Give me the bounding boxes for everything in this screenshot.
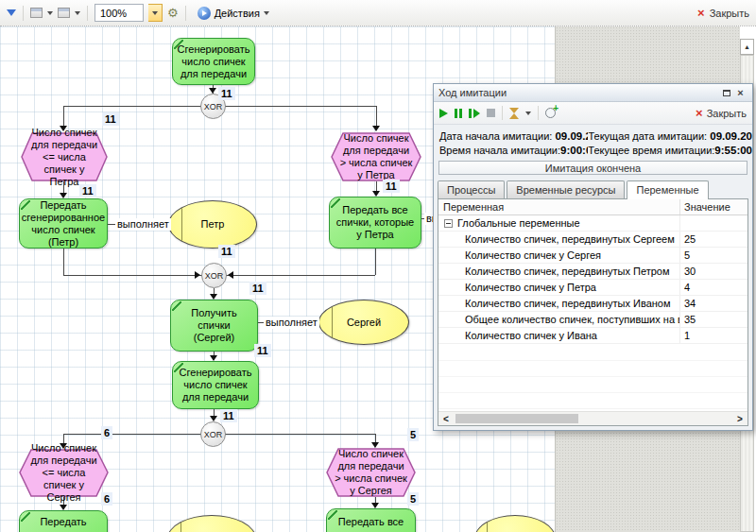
column-value[interactable]: Значение: [679, 199, 747, 215]
performs-label: выполняет: [264, 317, 319, 329]
arrowhead: [372, 126, 380, 131]
tab-variables[interactable]: Переменные: [627, 180, 708, 199]
arrowhead: [371, 503, 379, 508]
table-row[interactable]: Общее количество спичек, поступивших на …: [438, 312, 747, 328]
task-node[interactable]: Передать сгенерированное: [19, 510, 108, 532]
condition-node[interactable]: Число спичек для передачи > числа спичек…: [331, 132, 421, 181]
arrowhead: [228, 271, 233, 279]
actions-menu-button[interactable]: Действия: [193, 4, 274, 23]
condition-node[interactable]: Число спичек для передачи > числа спичек…: [326, 448, 416, 497]
panel-close-button[interactable]: ×: [733, 86, 747, 99]
export-diagram-icon[interactable]: [58, 8, 70, 18]
horizontal-scrollbar[interactable]: < >: [438, 411, 747, 425]
close-icon: ×: [696, 107, 703, 119]
performs-label: выполняет: [115, 218, 171, 231]
task-node[interactable]: Передать все спички, которые у Петра: [329, 197, 421, 249]
table-row[interactable]: Количество спичек, передвинутых Сергеем …: [438, 232, 747, 248]
panel-titlebar[interactable]: Ход имитации ×: [434, 84, 752, 102]
start-time-value: 9:00:00: [560, 145, 588, 156]
step-button[interactable]: [469, 109, 480, 118]
gear-icon[interactable]: ⚙: [167, 7, 179, 19]
edge-count-label: 11: [79, 184, 96, 197]
separator: [502, 106, 503, 120]
window-layout-icon[interactable]: [30, 8, 43, 18]
start-date-label: Дата начала имитации:: [439, 130, 552, 142]
edge-count-label: 11: [220, 409, 237, 422]
collapse-minus-icon[interactable]: [444, 219, 453, 228]
scrollbar-thumb[interactable]: [455, 414, 578, 423]
empty-rows-area: [438, 345, 747, 411]
chevron-down-icon[interactable]: [75, 11, 80, 15]
chevron-down-icon: [152, 11, 158, 15]
zoom-input[interactable]: [94, 4, 144, 22]
chevron-down-icon[interactable]: [525, 112, 531, 115]
gateway-xor[interactable]: XOR: [201, 263, 227, 288]
table-row[interactable]: Количество спичек у Петра 4: [438, 280, 747, 296]
start-time-label: Время начала имитации:: [439, 145, 560, 156]
separator: [23, 6, 24, 21]
hourglass-icon[interactable]: [509, 108, 519, 119]
simulation-toolbar: × Закрыть: [434, 102, 752, 125]
maximize-icon: [723, 90, 730, 96]
collapse-arrow-icon[interactable]: [7, 9, 16, 16]
actor-ellipse[interactable]: Сергей: [318, 300, 409, 345]
play-button[interactable]: [439, 109, 448, 118]
maximize-button[interactable]: [719, 86, 733, 99]
task-node[interactable]: Получить спички (Сергей): [170, 300, 258, 352]
current-date-label: Текущая дата имитации:: [588, 130, 707, 142]
gateway-xor[interactable]: XOR: [200, 421, 226, 447]
connector: [376, 106, 377, 127]
table-row[interactable]: Количество спичек, передвинутых Иваном 3…: [438, 296, 747, 312]
task-node[interactable]: Сгенерировать число спичек для передачи: [172, 38, 255, 85]
table-row[interactable]: Количество спичек у Ивана 1: [438, 328, 747, 344]
task-node[interactable]: Передать сгенерированное число спичек (П…: [19, 198, 108, 249]
actions-icon: [198, 7, 211, 20]
panel-title: Ход имитации: [438, 87, 719, 98]
simulation-close-button[interactable]: × Закрыть: [696, 107, 747, 119]
tab-time-resources[interactable]: Временные ресурсы: [507, 180, 625, 198]
edge-count-label: 5: [407, 428, 419, 441]
add-timer-icon[interactable]: [545, 108, 556, 118]
edge-count-label: 11: [218, 245, 235, 258]
separator: [185, 6, 186, 21]
tab-processes[interactable]: Процессы: [438, 180, 505, 198]
close-diagram-button[interactable]: × Закрыть: [697, 7, 749, 19]
task-node[interactable]: Сгенерировать число спичек для передачи: [172, 361, 259, 409]
table-group-row[interactable]: Глобальные переменные: [438, 215, 747, 232]
arrowhead: [60, 505, 67, 510]
table-header: Переменная Значение: [438, 199, 747, 215]
chevron-down-icon: [264, 11, 269, 15]
table-row[interactable]: Количество спичек, передвинутых Петром 3…: [438, 264, 747, 280]
column-variable[interactable]: Переменная: [438, 201, 679, 213]
edge-count-label: 6: [101, 426, 112, 439]
scroll-left-button[interactable]: <: [438, 412, 454, 425]
scroll-up-button[interactable]: ▲: [740, 39, 754, 55]
arrowhead: [195, 271, 200, 279]
scrollbar-track[interactable]: [454, 412, 732, 425]
start-date-value: 09.09.2013: [555, 130, 588, 142]
separator: [538, 106, 539, 120]
edge-count-label: 11: [383, 180, 400, 193]
condition-node[interactable]: Число спичек для передачи <= числа спиче…: [21, 132, 108, 181]
arrowhead: [210, 294, 217, 300]
chevron-down-icon[interactable]: [47, 11, 53, 15]
simulation-panel: Ход имитации × × Закрыть Дата начала ими…: [433, 83, 753, 431]
edge-count-label: 11: [254, 344, 271, 357]
scroll-right-button[interactable]: >: [732, 412, 747, 425]
connector: [375, 249, 376, 275]
arrowhead: [60, 193, 67, 198]
condition-node[interactable]: Число спичек для передачи <= числа спиче…: [19, 449, 109, 497]
status-bar: Имитация окончена: [438, 161, 747, 175]
actor-ellipse[interactable]: Петр: [168, 200, 257, 249]
table-row[interactable]: Количество спичек у Сергея 5: [438, 248, 747, 264]
variables-tab-page: Переменная Значение Глобальные переменны…: [438, 198, 748, 426]
close-icon: ×: [697, 7, 705, 19]
separator: [87, 6, 88, 21]
stop-button[interactable]: [487, 109, 495, 117]
pause-button[interactable]: [455, 109, 462, 118]
group-label: Глобальные переменные: [457, 217, 580, 229]
edge-count-label: 11: [102, 112, 119, 126]
task-node[interactable]: Передать все: [326, 508, 416, 532]
arrowhead: [210, 355, 217, 361]
zoom-dropdown-button[interactable]: [148, 4, 163, 22]
